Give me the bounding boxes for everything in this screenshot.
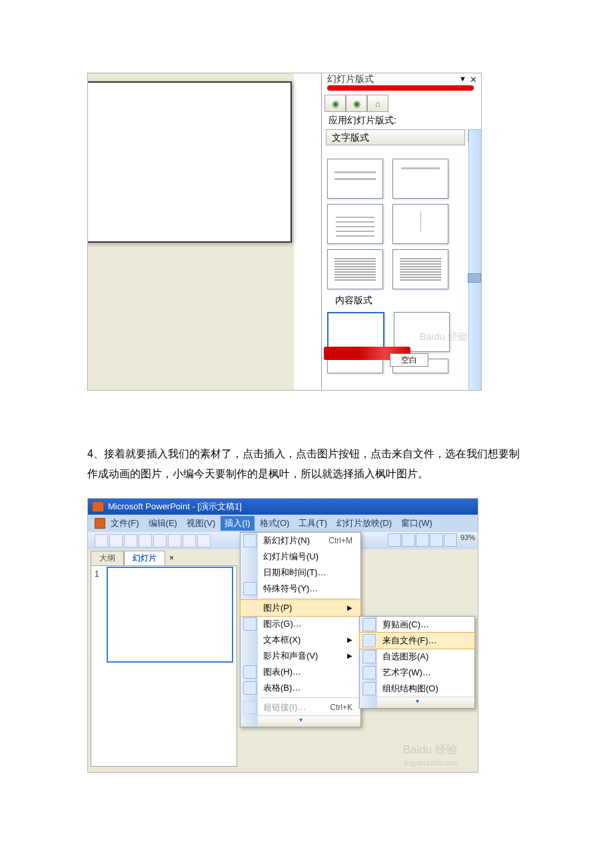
annotation-red-underline xyxy=(327,85,474,91)
layout-thumb[interactable] xyxy=(394,312,450,352)
step-4-text: 4、接着就要插入我们的素材了，点击插入，点击图片按钮，点击来自文件，选在我们想要… xyxy=(87,444,526,485)
menu-item-wordart[interactable]: 艺术字(W)… xyxy=(360,665,474,681)
nav-buttons: ◉ ◉ ⌂ xyxy=(324,95,388,112)
menu-item-picture[interactable]: 图片(P)▶ xyxy=(240,599,361,617)
menu-item-orgchart[interactable]: 组织结构图(O) xyxy=(360,681,474,697)
tb-icon[interactable] xyxy=(416,533,429,547)
layout-thumb[interactable] xyxy=(392,159,448,199)
menu-view[interactable]: 视图(V) xyxy=(183,516,219,531)
blank-layout-tooltip: 空白 xyxy=(390,353,428,367)
insert-menu-screenshot: Microsoft PowerPoint - [演示文稿1] 文件(F) 编辑(… xyxy=(87,498,478,773)
tb-save-icon[interactable] xyxy=(124,534,137,547)
picture-submenu: 剪贴画(C)… 来自文件(F)… 自选图形(A) 艺术字(W)… 组织结构图(O… xyxy=(359,616,475,709)
app-icon xyxy=(92,501,104,512)
panel-title: 幻灯片版式 xyxy=(327,73,374,85)
menu-item-new-slide[interactable]: 新幻灯片(N)Ctrl+M xyxy=(241,533,360,549)
slide-layout-panel: 幻灯片版式 ▼ ✕ ◉ ◉ ⌂ 应用幻灯片版式: 文字版式 ˄ xyxy=(321,73,481,390)
tb-print-icon[interactable] xyxy=(139,534,152,547)
tb-copy-icon[interactable] xyxy=(197,534,211,547)
menu-item-table[interactable]: 表格(B)… xyxy=(241,680,360,696)
tb-icon[interactable] xyxy=(402,533,415,547)
menu-item-from-file[interactable]: 来自文件(F)… xyxy=(359,632,475,649)
tb-new-icon[interactable] xyxy=(95,534,108,547)
orgchart-icon xyxy=(362,682,376,695)
menu-item-hyperlink: 超链接(I)…Ctrl+K xyxy=(241,699,360,715)
slide-number: 1 xyxy=(95,569,99,579)
menu-item-datetime[interactable]: 日期和时间(T)… xyxy=(241,565,360,581)
menu-item-movie-sound[interactable]: 影片和声音(V)▶ xyxy=(241,648,360,664)
watermark-url: jingyan.baidu.com xyxy=(404,759,458,767)
tb-icon[interactable] xyxy=(430,533,443,547)
menu-item-slide-number[interactable]: 幻灯片编号(U) xyxy=(241,549,360,565)
menu-item-autoshapes[interactable]: 自选图形(A) xyxy=(360,649,474,665)
chart-icon xyxy=(243,665,257,679)
close-icon[interactable]: ✕ xyxy=(470,75,477,85)
wordart-icon xyxy=(362,666,376,679)
new-slide-icon xyxy=(243,534,257,547)
doc-icon xyxy=(95,518,105,529)
diagram-icon xyxy=(243,617,257,631)
panel-dropdown-icon[interactable]: ▼ xyxy=(459,75,466,83)
menu-item-textbox[interactable]: 文本框(X)▶ xyxy=(241,632,360,648)
menu-window[interactable]: 窗口(W) xyxy=(397,516,436,531)
layout-thumb[interactable] xyxy=(327,159,383,199)
table-icon xyxy=(243,681,257,695)
layout-thumb[interactable] xyxy=(327,204,383,244)
nav-back-icon[interactable]: ◉ xyxy=(324,95,346,112)
hyperlink-icon xyxy=(243,701,257,714)
slide-thumbnail[interactable] xyxy=(107,567,233,663)
layout-pane-screenshot: 幻灯片版式 ▼ ✕ ◉ ◉ ⌂ 应用幻灯片版式: 文字版式 ˄ xyxy=(87,73,482,391)
tb-cut-icon[interactable] xyxy=(183,534,196,547)
menu-format[interactable]: 格式(O) xyxy=(256,516,294,531)
nav-home-icon[interactable]: ⌂ xyxy=(367,95,388,112)
menu-insert[interactable]: 插入(I) xyxy=(221,516,254,531)
title-bar: Microsoft PowerPoint - [演示文稿1] xyxy=(88,499,478,515)
layout-thumb[interactable] xyxy=(327,249,383,289)
menu-item-clipart[interactable]: 剪贴画(C)… xyxy=(360,617,474,633)
clipart-icon xyxy=(362,618,376,631)
autoshapes-icon xyxy=(362,650,376,663)
tab-slides[interactable]: 幻灯片 xyxy=(124,551,165,565)
menu-bar: 文件(F) 编辑(E) 视图(V) 插入(I) 格式(O) 工具(T) 幻灯片放… xyxy=(88,515,478,532)
menu-edit[interactable]: 编辑(E) xyxy=(145,516,181,531)
layout-thumb[interactable] xyxy=(327,359,383,373)
apply-label: 应用幻灯片版式: xyxy=(328,115,396,127)
submenu-arrow-icon: ▶ xyxy=(347,604,352,611)
tb-open-icon[interactable] xyxy=(109,534,123,547)
tb-spell-icon[interactable] xyxy=(168,534,181,547)
symbol-icon xyxy=(243,582,257,595)
menu-file[interactable]: 文件(F) xyxy=(107,516,143,531)
menu-item-diagram[interactable]: 图示(G)… xyxy=(241,616,360,632)
tab-close-icon[interactable]: × xyxy=(165,552,178,564)
tb-icon[interactable] xyxy=(444,533,457,547)
tb-preview-icon[interactable] xyxy=(153,534,167,547)
menu-item-chart[interactable]: 图表(H)… xyxy=(241,664,360,680)
tb-icon[interactable] xyxy=(388,533,401,547)
menu-slideshow[interactable]: 幻灯片放映(D) xyxy=(332,516,396,531)
section-content-layouts: 内容版式 xyxy=(335,295,478,307)
slide-canvas-bg xyxy=(88,73,294,390)
zoom-value[interactable]: 93% xyxy=(460,533,475,547)
menu-expand-icon[interactable]: ▾ xyxy=(241,715,360,727)
layout-thumb[interactable] xyxy=(392,249,448,289)
toolbar-right: 93% xyxy=(388,533,475,547)
slide-white xyxy=(87,81,292,243)
watermark: Baidu 经验 xyxy=(403,742,458,757)
pane-tabs: 大纲 幻灯片 × xyxy=(91,551,178,565)
from-file-icon xyxy=(362,634,376,647)
app-title: Microsoft PowerPoint - [演示文稿1] xyxy=(108,501,242,513)
menu-tools[interactable]: 工具(T) xyxy=(295,516,331,531)
insert-dropdown-menu: 新幻灯片(N)Ctrl+M 幻灯片编号(U) 日期和时间(T)… 特殊符号(Y)… xyxy=(240,532,361,727)
layout-thumb[interactable] xyxy=(392,204,448,244)
tab-outline[interactable]: 大纲 xyxy=(91,551,124,565)
nav-fwd-icon[interactable]: ◉ xyxy=(346,95,367,112)
menu-item-symbol[interactable]: 特殊符号(Y)… xyxy=(241,581,360,597)
